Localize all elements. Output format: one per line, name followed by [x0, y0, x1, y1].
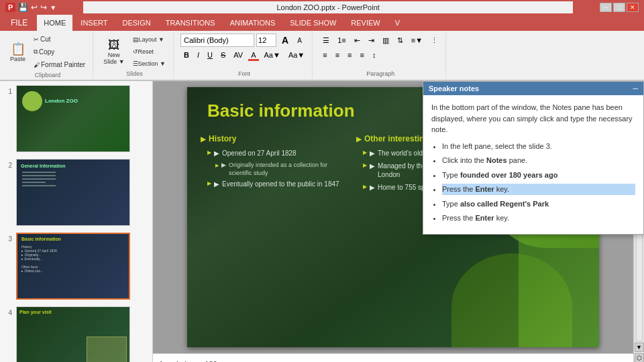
notes-bar[interactable]: founded over 180 years ago — [153, 353, 633, 362]
redo-icon[interactable]: ↪ — [40, 3, 47, 12]
format-painter-button[interactable]: 🖌 Format Painter — [30, 59, 89, 70]
align-center-button[interactable]: ≡ — [332, 48, 343, 62]
justify-button[interactable]: ≡ — [356, 48, 367, 62]
tab-design[interactable]: DESIGN — [115, 15, 157, 31]
font-decrease-button[interactable]: A — [294, 34, 305, 47]
ribbon-group-clipboard: 📋 Paste ✂ Cut ⧉ Copy 🖌 Format Painter — [3, 32, 93, 78]
smartart-button[interactable]: ⋮ — [427, 34, 441, 47]
app-icons: P 💾 ↩ ↪ ▼ — [5, 3, 56, 12]
tab-home[interactable]: HOME — [37, 15, 72, 31]
copy-icon: ⧉ — [34, 48, 38, 56]
window-title: London ZOO.pptx - PowerPoint — [83, 1, 573, 13]
tab-view[interactable]: V — [388, 15, 407, 31]
minimize-button[interactable]: ─ — [600, 3, 612, 12]
slide-image-3[interactable]: Basic Information History▸ Opened 27 Apr… — [16, 233, 130, 300]
sub-bullet-icon-1: ▶ — [221, 162, 226, 177]
slide-num-1: 1 — [4, 88, 12, 95]
tab-transitions[interactable]: TRANSITIONS — [159, 15, 222, 31]
cut-button[interactable]: ✂ Cut — [30, 34, 89, 45]
align-right-button[interactable]: ≡ — [344, 48, 355, 62]
maximize-button[interactable]: □ — [613, 3, 625, 12]
slide-panel[interactable]: 1 London ZOO 2 General Information — [0, 81, 153, 362]
copy-button[interactable]: ⧉ Copy — [30, 46, 89, 58]
slide-image-1[interactable]: London ZOO — [16, 85, 130, 152]
slide-num-3: 3 — [4, 235, 12, 243]
tab-file[interactable]: FILE — [3, 15, 36, 31]
layout-icon: ▤ — [133, 36, 139, 43]
bullet-icon-4: ▶ — [370, 162, 375, 179]
font-increase-button[interactable]: A — [278, 34, 292, 47]
align-left-button[interactable]: ≡ — [319, 48, 330, 62]
step-2: Click into the Notes pane. — [442, 155, 635, 166]
format-painter-icon: 🖌 — [34, 62, 40, 68]
step-4: Press the Enter key. — [442, 184, 635, 195]
bold-button[interactable]: B — [180, 48, 193, 62]
font-name-input[interactable] — [180, 34, 254, 47]
ribbon-group-slides: 🖼 New Slide ▼ ▤ Layout ▼ ↺ Reset ☰ Secti… — [96, 32, 174, 78]
ribbon: FILE HOME INSERT DESIGN TRANSITIONS ANIM… — [0, 15, 644, 81]
scroll-down-button[interactable]: ▼ — [635, 343, 644, 352]
slide-image-4[interactable]: Plan your visit — [16, 306, 130, 362]
bullet-icon-2: ▶ — [214, 180, 219, 188]
text-direction-button[interactable]: ⇅ — [394, 34, 407, 47]
reset-button[interactable]: ↺ Reset — [129, 46, 169, 57]
slide-thumb-1[interactable]: 1 London ZOO — [3, 84, 150, 154]
speaker-notes-content: In the bottom part of the window, the No… — [423, 95, 643, 234]
step-5: Type also called Regent's Park — [442, 198, 635, 210]
numbering-button[interactable]: 1≡ — [334, 34, 350, 47]
bullets-button[interactable]: ☰ — [319, 34, 333, 47]
text-case-button[interactable]: Aa▼ — [285, 48, 308, 62]
text-highlight-button[interactable]: Aa▼ — [261, 48, 284, 62]
slide-thumb-4[interactable]: 4 Plan your visit — [3, 305, 150, 362]
tab-slideshow[interactable]: SLIDE SHOW — [283, 15, 343, 31]
align-text-button[interactable]: ≡▼ — [408, 34, 426, 47]
speaker-notes-steps: In the left pane, select the slide 3. Cl… — [431, 141, 635, 224]
decrease-indent-button[interactable]: ⇤ — [351, 34, 364, 47]
customize-icon[interactable]: ▼ — [50, 4, 56, 11]
speaker-notes-header: Speaker notes ─ — [423, 82, 643, 95]
line-spacing-button[interactable]: ↕ — [369, 48, 380, 62]
speaker-notes-close-button[interactable]: ─ — [633, 84, 638, 93]
scroll-page-up-button[interactable]: ⬡ — [635, 353, 644, 362]
slide-thumb-3[interactable]: 3 Basic Information History▸ Opened 27 A… — [3, 231, 150, 301]
speaker-notes-panel: Speaker notes ─ In the bottom part of th… — [423, 81, 644, 235]
columns-button[interactable]: ▥ — [379, 34, 392, 47]
slide-thumb-2[interactable]: 2 General Information — [3, 158, 150, 227]
increase-indent-button[interactable]: ⇥ — [365, 34, 378, 47]
speaker-notes-intro: In the bottom part of the window, the No… — [431, 102, 635, 135]
slide-title[interactable]: Basic information — [207, 101, 355, 121]
tab-insert[interactable]: INSERT — [74, 15, 114, 31]
sub-bullet-collection: ▶ Originally intended as a collection fo… — [215, 162, 343, 177]
paste-button[interactable]: 📋 Paste — [7, 40, 29, 64]
bullet-icon-1: ▶ — [214, 149, 219, 158]
undo-icon[interactable]: ↩ — [31, 3, 38, 12]
window-controls[interactable]: ─ □ ✕ — [600, 3, 639, 12]
font-color-button[interactable]: A — [248, 48, 259, 62]
italic-button[interactable]: I — [194, 48, 203, 62]
char-spacing-button[interactable]: AV — [230, 48, 246, 62]
section-button[interactable]: ☰ Section ▼ — [129, 58, 169, 69]
slides-buttons: 🖼 New Slide ▼ ▤ Layout ▼ ↺ Reset ☰ Secti… — [100, 34, 169, 69]
tab-review[interactable]: REVIEW — [344, 15, 386, 31]
save-icon[interactable]: 💾 — [18, 3, 28, 12]
layout-button[interactable]: ▤ Layout ▼ — [129, 34, 169, 45]
slide-image-2[interactable]: General Information — [16, 159, 130, 226]
ribbon-content: 📋 Paste ✂ Cut ⧉ Copy 🖌 Format Painter — [0, 31, 644, 80]
notes-text[interactable]: founded over 180 years ago — [160, 360, 252, 363]
tab-animations[interactable]: ANIMATIONS — [223, 15, 282, 31]
new-slide-button[interactable]: 🖼 New Slide ▼ — [100, 36, 127, 67]
history-heading: History — [201, 134, 343, 143]
paste-label: Paste — [10, 56, 25, 62]
slide-col-history[interactable]: History ▶ Opened on 27 April 1828 ▶ Orig… — [201, 134, 343, 196]
paste-icon: 📋 — [11, 42, 25, 56]
font-size-input[interactable] — [256, 34, 276, 47]
cut-icon: ✂ — [34, 36, 39, 43]
speaker-notes-title: Speaker notes — [429, 84, 479, 93]
clipboard-label: Clipboard — [35, 70, 61, 78]
ribbon-group-paragraph: ☰ 1≡ ⇤ ⇥ ▥ ⇅ ≡▼ ⋮ ≡ ≡ ≡ ≡ ↕ Paragraph — [315, 32, 446, 78]
underline-button[interactable]: U — [204, 48, 216, 62]
font-label: Font — [238, 69, 250, 77]
strikethrough-button[interactable]: S — [217, 48, 229, 62]
close-button[interactable]: ✕ — [627, 3, 639, 12]
main-area: 1 London ZOO 2 General Information — [0, 81, 644, 362]
